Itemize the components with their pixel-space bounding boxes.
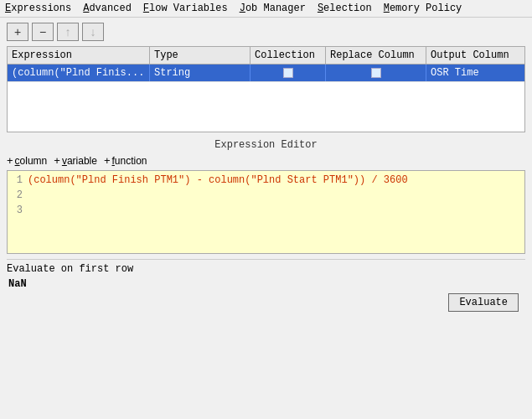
cell-replace-column[interactable]: [326, 65, 426, 81]
add-function-button[interactable]: + function: [104, 154, 147, 167]
expressions-table: Expression Type Collection Replace Colum…: [7, 46, 525, 132]
plus-icon-3: +: [104, 154, 111, 167]
empty-table-space: [8, 82, 524, 129]
evaluate-result: NaN: [8, 278, 525, 290]
menu-expressions[interactable]: Expressions: [5, 3, 71, 14]
code-editor[interactable]: 1 (column("Plnd Finish PTM1") - column("…: [7, 170, 525, 254]
menu-advanced[interactable]: Advanced: [83, 3, 132, 14]
line-number-3: 3: [11, 203, 23, 218]
remove-button[interactable]: −: [32, 23, 54, 41]
code-line-2: 2: [8, 188, 524, 203]
collection-checkbox[interactable]: [283, 68, 293, 78]
code-line-1: 1 (column("Plnd Finish PTM1") - column("…: [8, 173, 524, 188]
add-column-button[interactable]: + column: [7, 154, 47, 167]
col-header-output-column: Output Column: [426, 47, 527, 64]
move-down-button[interactable]: ↓: [82, 23, 104, 41]
line-number-1: 1: [11, 173, 23, 188]
add-variable-button[interactable]: + variable: [54, 154, 97, 167]
cell-expression: (column("Plnd Finis...: [8, 65, 150, 81]
table-body: (column("Plnd Finis... String OSR Time: [8, 65, 524, 132]
line-content-1: (column("Plnd Finish PTM1") - column("Pl…: [28, 173, 408, 188]
column-btn-label: column: [15, 155, 48, 167]
cell-collection[interactable]: [251, 65, 326, 81]
variable-btn-label: variable: [62, 155, 97, 167]
cell-output-column: OSR Time: [426, 65, 527, 81]
col-header-collection: Collection: [251, 47, 326, 64]
col-header-type: Type: [150, 47, 251, 64]
expression-editor-title: Expression Editor: [7, 139, 525, 151]
toolbar: + − ↑ ↓: [7, 23, 525, 41]
menu-job-manager[interactable]: Job Manager: [240, 3, 306, 14]
separator: [7, 259, 525, 260]
plus-icon-2: +: [54, 154, 60, 167]
menubar: Expressions Advanced Flow Variables Job …: [0, 0, 532, 18]
table-header: Expression Type Collection Replace Colum…: [8, 47, 524, 65]
move-up-button[interactable]: ↑: [57, 23, 79, 41]
table-row[interactable]: (column("Plnd Finis... String OSR Time: [8, 65, 524, 82]
menu-flow-variables[interactable]: Flow Variables: [143, 3, 228, 14]
cell-type: String: [150, 65, 251, 81]
line-number-2: 2: [11, 188, 23, 203]
menu-memory-policy[interactable]: Memory Policy: [384, 3, 462, 14]
plus-icon: +: [7, 154, 13, 167]
add-button[interactable]: +: [7, 23, 28, 41]
evaluate-button[interactable]: Evaluate: [448, 293, 519, 312]
evaluate-label: Evaluate on first row: [7, 263, 525, 275]
menu-selection[interactable]: Selection: [318, 3, 372, 14]
expression-editor-buttons: + column + variable + function: [7, 154, 525, 167]
col-header-expression: Expression: [8, 47, 150, 64]
replace-column-checkbox[interactable]: [371, 68, 381, 78]
code-line-3: 3: [8, 203, 524, 218]
main-content: + − ↑ ↓ Expression Type Collection Repla…: [0, 18, 532, 317]
function-btn-label: function: [112, 155, 147, 167]
col-header-replace-column: Replace Column: [326, 47, 426, 64]
evaluate-footer: Evaluate: [7, 293, 525, 312]
